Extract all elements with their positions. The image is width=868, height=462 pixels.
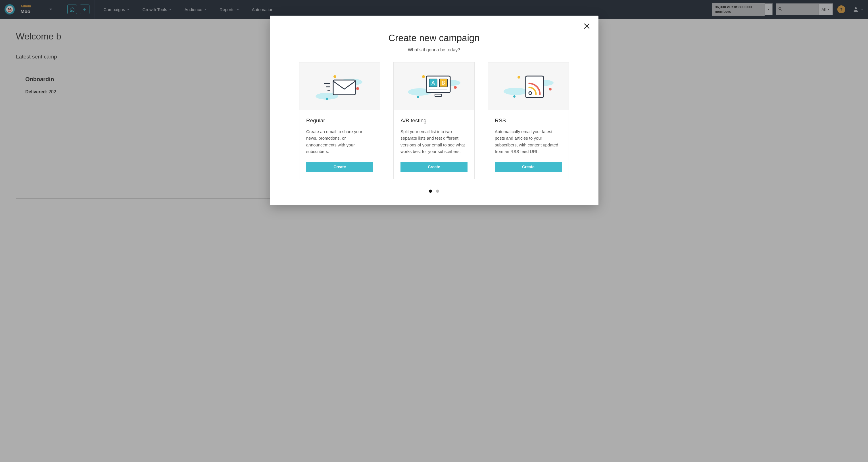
campaign-type-cards: Regular Create an email to share your ne… bbox=[281, 62, 587, 179]
card-regular: Regular Create an email to share your ne… bbox=[299, 62, 380, 179]
create-ab-button[interactable]: Create bbox=[401, 162, 467, 172]
close-button[interactable] bbox=[583, 23, 590, 31]
ab-illustration: A B bbox=[394, 62, 474, 110]
card-description: Split your email list into two separate … bbox=[401, 128, 467, 155]
modal-title: Create new campaign bbox=[281, 33, 587, 43]
svg-point-12 bbox=[326, 98, 328, 100]
create-rss-button[interactable]: Create bbox=[495, 162, 562, 172]
svg-point-10 bbox=[334, 75, 336, 78]
svg-rect-28 bbox=[435, 94, 442, 97]
card-title: RSS bbox=[495, 118, 562, 124]
svg-point-33 bbox=[513, 95, 516, 98]
rss-illustration bbox=[488, 62, 569, 110]
card-ab-testing: A B A/B testing Split your email list in… bbox=[393, 62, 475, 179]
card-title: Regular bbox=[306, 118, 373, 124]
svg-point-19 bbox=[422, 75, 425, 78]
svg-rect-34 bbox=[526, 76, 544, 98]
svg-point-11 bbox=[356, 87, 359, 90]
svg-point-32 bbox=[549, 88, 552, 91]
svg-text:A: A bbox=[431, 80, 435, 86]
carousel-dot-2[interactable] bbox=[436, 190, 439, 193]
modal-subtitle: What's it gonna be today? bbox=[281, 47, 587, 53]
card-rss: RSS Automatically email your latest post… bbox=[488, 62, 569, 179]
svg-point-20 bbox=[454, 86, 457, 89]
card-description: Automatically email your latest posts an… bbox=[495, 128, 562, 155]
regular-illustration bbox=[299, 62, 380, 110]
create-regular-button[interactable]: Create bbox=[306, 162, 373, 172]
card-description: Create an email to share your news, prom… bbox=[306, 128, 373, 155]
svg-point-29 bbox=[504, 88, 527, 95]
carousel-dot-1[interactable] bbox=[429, 190, 432, 193]
close-icon bbox=[583, 23, 590, 30]
svg-point-21 bbox=[417, 96, 419, 98]
modal-overlay[interactable]: Create new campaign What's it gonna be t… bbox=[0, 0, 868, 211]
svg-text:B: B bbox=[442, 80, 445, 86]
svg-point-31 bbox=[518, 76, 520, 78]
card-title: A/B testing bbox=[401, 118, 467, 124]
svg-rect-13 bbox=[333, 80, 355, 95]
create-campaign-modal: Create new campaign What's it gonna be t… bbox=[270, 15, 598, 205]
carousel-dots bbox=[281, 190, 587, 193]
